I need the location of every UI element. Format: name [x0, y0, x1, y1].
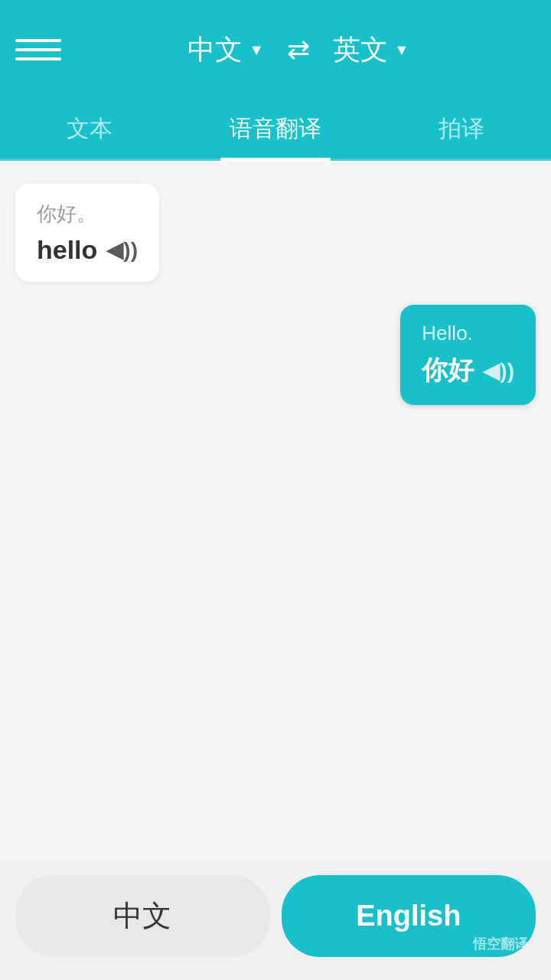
source-language-label: 中文 [187, 31, 243, 69]
watermark: 悟空翻译 [473, 935, 528, 953]
left-speaker-icon[interactable]: ◀)) [106, 237, 138, 263]
header: 中文 ▼ ⇄ 英文 ▼ [0, 0, 551, 100]
chat-area: 你好。 hello ◀)) Hello. 你好 ◀)) [0, 161, 551, 865]
target-language-label: 英文 [333, 31, 388, 69]
left-translation-text: hello [37, 235, 97, 265]
right-original-text: Hello. [422, 322, 514, 345]
left-translation-row: hello ◀)) [37, 235, 138, 265]
chinese-input-button[interactable]: 中文 [15, 875, 270, 957]
message-right: Hello. 你好 ◀)) [15, 305, 536, 405]
tab-bar: 文本 语音翻译 拍译 [0, 100, 551, 161]
right-speaker-icon[interactable]: ◀)) [483, 358, 514, 384]
source-language-button[interactable]: 中文 ▼ [187, 31, 264, 69]
hamburger-line-3 [15, 57, 61, 60]
message-left: 你好。 hello ◀)) [15, 184, 536, 282]
english-input-button[interactable]: English 悟空翻译 [282, 875, 536, 957]
hamburger-line-2 [15, 48, 61, 51]
menu-button[interactable] [15, 39, 61, 60]
bubble-right: Hello. 你好 ◀)) [400, 305, 536, 405]
language-selector: 中文 ▼ ⇄ 英文 ▼ [61, 31, 536, 69]
swap-language-button[interactable]: ⇄ [287, 34, 310, 66]
tab-text[interactable]: 文本 [44, 100, 135, 158]
swap-icon: ⇄ [287, 34, 310, 65]
bubble-left: 你好。 hello ◀)) [15, 184, 159, 282]
bottom-bar: 中文 English 悟空翻译 [0, 860, 551, 980]
left-original-text: 你好。 [37, 201, 138, 227]
tab-voice[interactable]: 语音翻译 [207, 100, 344, 158]
right-translation-row: 你好 ◀)) [422, 353, 514, 388]
source-language-arrow: ▼ [249, 41, 264, 59]
hamburger-line-1 [15, 39, 61, 42]
target-language-arrow: ▼ [394, 41, 409, 59]
tab-photo[interactable]: 拍译 [416, 100, 507, 158]
right-translation-text: 你好 [422, 353, 474, 388]
target-language-button[interactable]: 英文 ▼ [333, 31, 409, 69]
